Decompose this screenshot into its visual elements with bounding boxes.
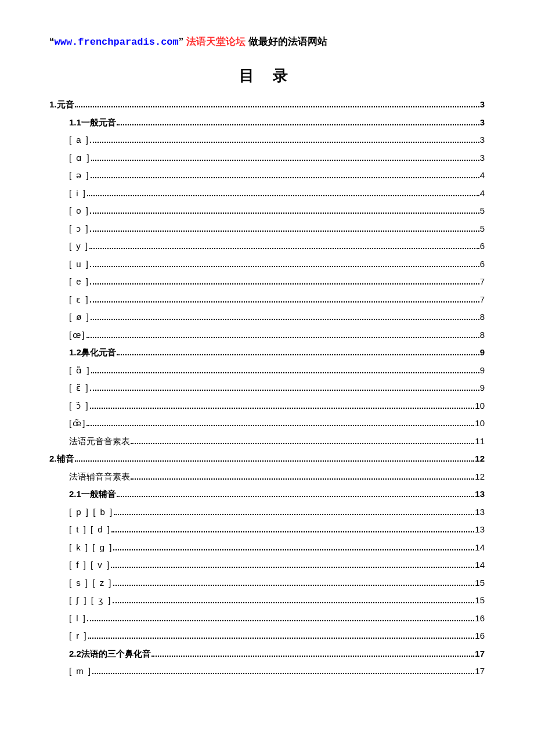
toc-label: [ o ] (69, 203, 89, 219)
table-of-contents: 1. 元音31.1 一般元音3[ a ]3[ ɑ ]3[ ə ]4[ i ]4[… (49, 96, 485, 680)
toc-leader-dots (111, 531, 474, 532)
toc-page: 13 (475, 504, 485, 521)
toc-page: 9 (480, 362, 485, 379)
toc-row: 2.2 法语的三个鼻化音17 (69, 646, 485, 663)
toc-number: 1.2 (69, 344, 81, 361)
toc-label: [œ] (69, 327, 86, 344)
toc-leader-dots (88, 638, 475, 639)
toc-label: [ k ] [ g ] (69, 539, 113, 556)
toc-label: [ ø ] (69, 309, 90, 326)
toc-row: 法语元音音素表11 (69, 433, 485, 450)
toc-page: 14 (475, 539, 485, 556)
toc-leader-dots (117, 354, 479, 355)
toc-label: 鼻化元音 (81, 344, 116, 361)
toc-page: 4 (480, 167, 485, 184)
toc-row: [ s ] [ z ]15 (69, 575, 485, 592)
toc-row: [ u ]6 (69, 256, 485, 273)
toc-label: [ ə ] (69, 167, 90, 184)
toc-label: [ ɑ̃ ] (69, 362, 91, 379)
toc-page: 13 (475, 521, 485, 538)
toc-number: 2.1 (69, 486, 81, 503)
toc-row: 1.1 一般元音3 (69, 114, 485, 131)
toc-label: [ y ] (69, 238, 89, 255)
toc-page: 5 (480, 221, 485, 237)
toc-number: 2.2 (69, 646, 81, 663)
toc-row: 法语辅音音素表12 (69, 469, 485, 485)
toc-leader-dots (86, 337, 479, 338)
toc-row: [ m ]17 (69, 663, 485, 680)
site-name: 法语天堂论坛 (186, 36, 246, 47)
toc-number: 1. (49, 96, 57, 113)
toc-row: [ ɑ ]3 (69, 150, 485, 167)
toc-label: 一般辅音 (81, 486, 116, 503)
toc-row: 2. 辅音12 (49, 451, 485, 467)
toc-number: 1.1 (69, 114, 81, 131)
toc-row: 1.2 鼻化元音9 (69, 344, 485, 361)
toc-label: 辅音 (57, 451, 74, 467)
toc-page: 17 (475, 646, 485, 663)
toc-label: 法语辅音音素表 (69, 469, 130, 485)
toc-page: 15 (475, 575, 485, 592)
toc-page: 8 (480, 309, 485, 326)
toc-label: [ u ] (69, 256, 89, 273)
toc-leader-dots (113, 602, 475, 603)
toc-leader-dots (89, 248, 479, 249)
toc-page: 9 (480, 380, 485, 397)
toc-leader-dots (111, 567, 474, 568)
toc-label: [ ɑ ] (69, 150, 91, 167)
toc-row: [ o ]5 (69, 203, 485, 219)
toc-leader-dots (86, 425, 474, 426)
toc-leader-dots (151, 656, 474, 657)
page-header: “www.frenchparadis.com” 法语天堂论坛 做最好的法语网站 (49, 35, 485, 48)
toc-row: [œ]8 (69, 327, 485, 344)
toc-label: 法语的三个鼻化音 (81, 646, 151, 663)
toc-leader-dots (91, 160, 479, 161)
toc-leader-dots (91, 319, 479, 320)
toc-row: [ t ] [ d ]13 (69, 521, 485, 538)
toc-row: [ p ] [ b ]13 (69, 504, 485, 521)
toc-label: [ p ] [ b ] (69, 504, 113, 521)
toc-page: 15 (475, 592, 485, 609)
toc-label: [ ʃ ] [ ʒ ] (69, 592, 112, 609)
quote-open: “ (49, 36, 55, 47)
toc-row: [ k ] [ g ]14 (69, 539, 485, 556)
toc-leader-dots (87, 620, 474, 621)
toc-page: 7 (480, 291, 485, 308)
toc-label: [ t ] [ d ] (69, 521, 111, 538)
toc-label: [ ɛ ] (69, 291, 89, 308)
toc-label: [ l ] (69, 610, 86, 627)
toc-label: 法语元音音素表 (69, 433, 130, 450)
toc-row: [ a ]3 (69, 132, 485, 149)
site-slogan: 做最好的法语网站 (248, 36, 327, 47)
toc-row: [ ʃ ] [ ʒ ]15 (69, 592, 485, 609)
toc-row: [ y ]6 (69, 238, 485, 255)
toc-label: [ ɛ̃ ] (69, 380, 89, 397)
toc-page: 12 (475, 469, 485, 485)
toc-page: 4 (480, 185, 485, 202)
site-url: www.frenchparadis.com (55, 37, 179, 48)
toc-row: 2.1 一般辅音13 (69, 486, 485, 503)
toc-leader-dots (114, 514, 474, 515)
toc-page: 3 (480, 150, 485, 167)
toc-page: 3 (480, 132, 485, 149)
toc-row: [ f ] [ v ]14 (69, 557, 485, 574)
toc-label: [ f ] [ v ] (69, 557, 110, 574)
toc-page: 17 (475, 663, 485, 680)
toc-leader-dots (90, 283, 479, 285)
toc-row: 1. 元音3 (49, 96, 485, 113)
toc-row: [ ɑ̃ ]9 (69, 362, 485, 379)
toc-row: [ ə ]4 (69, 167, 485, 184)
toc-leader-dots (92, 673, 474, 674)
toc-leader-dots (75, 460, 475, 462)
toc-page: 9 (480, 344, 485, 361)
toc-leader-dots (87, 195, 479, 196)
toc-page: 16 (475, 628, 485, 645)
toc-page: 14 (475, 557, 485, 574)
toc-row: [ e ]7 (69, 273, 485, 290)
toc-leader-dots (90, 231, 479, 232)
toc-leader-dots (90, 408, 475, 409)
toc-leader-dots (117, 124, 479, 125)
toc-label: [ i ] (69, 185, 86, 202)
toc-label: [ a ] (69, 132, 89, 149)
toc-leader-dots (75, 106, 479, 107)
